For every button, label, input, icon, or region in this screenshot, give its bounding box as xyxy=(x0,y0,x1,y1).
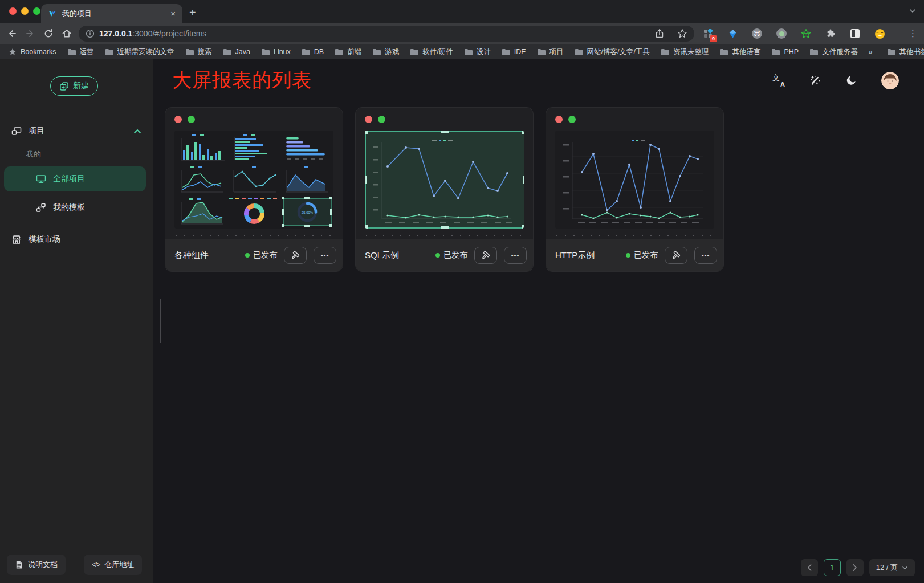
status-dot xyxy=(245,253,250,258)
bookmark-folder[interactable]: 近期需要读的文章 xyxy=(105,47,174,57)
green-dot xyxy=(188,116,195,123)
bookmark-folder[interactable]: 网站/博客/文章/工具 xyxy=(575,47,650,57)
bookmark-folder[interactable]: 其他语言 xyxy=(719,47,760,57)
repo-button[interactable]: </> 仓库地址 xyxy=(84,555,142,575)
bookmark-folder[interactable]: 软件/硬件 xyxy=(410,47,453,57)
thumbnail-ruler-dots xyxy=(366,235,523,236)
bookmark-folder[interactable]: Linux xyxy=(261,48,291,56)
prev-page-button[interactable] xyxy=(801,559,818,576)
green-dot xyxy=(378,116,385,123)
status-badge: 已发布 xyxy=(245,250,277,260)
gauge-value: 25.00% xyxy=(302,211,314,214)
current-page-button[interactable]: 1 xyxy=(824,559,841,576)
minimize-window-button[interactable] xyxy=(21,7,29,15)
home-button[interactable] xyxy=(62,28,72,39)
template-icon xyxy=(36,203,46,213)
scrollbar-thumb[interactable] xyxy=(160,299,161,343)
card-window-dots xyxy=(365,116,524,123)
url-text: 127.0.0.1:3000/#/project/items xyxy=(99,29,206,38)
project-card[interactable]: SQL示例 已发布 ••• xyxy=(355,107,534,272)
project-name: SQL示例 xyxy=(365,250,399,261)
goview-favicon xyxy=(48,9,57,18)
sidebar-item-template-market[interactable]: 模板市场 xyxy=(0,230,153,248)
project-card[interactable]: HTTP示例 已发布 ••• xyxy=(546,107,724,272)
wand-icon[interactable] xyxy=(808,74,822,87)
close-window-button[interactable] xyxy=(9,7,17,15)
sidebar-group-project[interactable]: 项目 xyxy=(0,122,153,140)
grid-extension-icon[interactable]: 9 xyxy=(702,28,714,39)
tab-strip: 我的项目 × + xyxy=(0,0,924,23)
card-footer: 各种组件 已发布 ••• xyxy=(165,239,343,271)
forward-button[interactable] xyxy=(25,28,35,39)
goview-app: 新建 项目 我的 全部项目 我的模板 模板市场 xyxy=(0,59,924,583)
browser-menu-icon[interactable]: ⋮ xyxy=(909,28,917,39)
sidebar-footer: 说明文档 </> 仓库地址 xyxy=(7,555,142,575)
edit-hammer-button[interactable] xyxy=(284,247,307,264)
share-icon[interactable] xyxy=(654,28,665,39)
status-dot xyxy=(626,253,630,258)
tab-search-icon[interactable] xyxy=(909,9,916,13)
card-window-dots xyxy=(174,116,333,123)
bookmark-folder[interactable]: 资讯未整理 xyxy=(661,47,709,57)
sidebar-item-all-projects[interactable]: 全部项目 xyxy=(4,166,146,191)
bookmark-folder[interactable]: 前端 xyxy=(335,47,361,57)
address-bar[interactable]: 127.0.0.1:3000/#/project/items xyxy=(79,26,694,42)
new-project-button[interactable]: 新建 xyxy=(50,76,98,96)
bookmarks-overflow-chevron[interactable]: » xyxy=(869,48,873,56)
new-tab-button[interactable]: + xyxy=(189,7,196,18)
store-icon xyxy=(11,235,22,244)
other-bookmarks[interactable]: 其他书签 xyxy=(887,47,924,57)
back-button[interactable] xyxy=(7,28,17,39)
next-page-button[interactable] xyxy=(846,559,864,576)
bookmark-folder[interactable]: 文件服务器 xyxy=(809,47,858,57)
bookmark-folder[interactable]: 设计 xyxy=(464,47,491,57)
bookmark-folder[interactable]: 搜索 xyxy=(185,47,212,57)
bookmarks-manager[interactable]: Bookmarks xyxy=(8,48,56,56)
gem-extension-icon[interactable] xyxy=(727,28,738,39)
reload-button[interactable] xyxy=(43,28,54,39)
page-size-select[interactable]: 12 / 页 xyxy=(869,559,915,576)
bookmark-folder[interactable]: IDE xyxy=(502,48,526,56)
language-icon[interactable]: 文A xyxy=(772,74,785,87)
contrast-extension-icon[interactable] xyxy=(849,28,861,39)
more-actions-button[interactable]: ••• xyxy=(314,247,336,264)
dark-mode-moon-icon[interactable] xyxy=(845,74,858,87)
project-icon xyxy=(11,127,22,136)
bookmark-folder[interactable]: 运营 xyxy=(67,47,94,57)
bookmark-folder[interactable]: 游戏 xyxy=(372,47,399,57)
browser-toolbar: 127.0.0.1:3000/#/project/items 9 ⌘ ⋮ xyxy=(0,23,924,44)
bookmark-folder[interactable]: PHP xyxy=(771,48,799,56)
edit-hammer-button[interactable] xyxy=(665,247,687,264)
sidebar-divider xyxy=(9,112,143,112)
edit-hammer-button[interactable] xyxy=(474,247,497,264)
green-star-extension-icon[interactable] xyxy=(800,28,812,39)
bookmarks-divider xyxy=(880,48,880,56)
site-info-icon[interactable] xyxy=(86,29,95,38)
project-card[interactable]: 25.00% 各种组件 已发布 ••• xyxy=(165,107,343,272)
more-actions-button[interactable]: ••• xyxy=(504,247,527,264)
docs-button[interactable]: 说明文档 xyxy=(7,555,66,575)
avatar[interactable] xyxy=(881,72,899,89)
record-extension-icon[interactable] xyxy=(776,28,787,39)
emoji-extension-icon[interactable] xyxy=(874,28,885,39)
chevron-down-icon xyxy=(902,566,908,570)
project-card-list: 25.00% 各种组件 已发布 ••• xyxy=(154,107,924,272)
bookmark-folder[interactable]: 项目 xyxy=(537,47,564,57)
sidebar-item-my-templates[interactable]: 我的模板 xyxy=(4,196,146,219)
puzzle-extensions-icon[interactable] xyxy=(825,28,836,39)
tab-close-icon[interactable]: × xyxy=(170,9,176,18)
status-badge: 已发布 xyxy=(626,250,658,260)
maximize-window-button[interactable] xyxy=(33,7,40,15)
browser-tab[interactable]: 我的项目 × xyxy=(41,4,182,23)
bookmark-folder[interactable]: Java xyxy=(223,48,250,56)
command-extension-icon[interactable]: ⌘ xyxy=(751,28,763,39)
project-thumbnail xyxy=(365,131,524,229)
more-actions-button[interactable]: ••• xyxy=(694,247,717,264)
sidebar-section-mine: 我的 xyxy=(26,149,41,160)
red-dot xyxy=(174,116,182,123)
project-thumbnail xyxy=(555,131,714,229)
red-dot xyxy=(555,116,563,123)
bookmark-folder[interactable]: DB xyxy=(302,48,324,56)
chevron-up-icon[interactable] xyxy=(133,129,141,134)
bookmark-star-icon[interactable] xyxy=(677,28,687,39)
